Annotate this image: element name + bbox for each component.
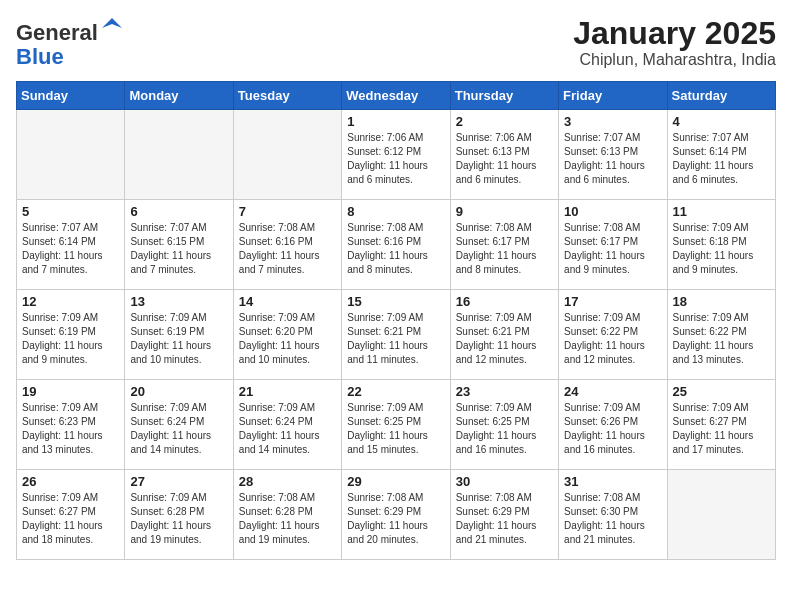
day-info: Sunrise: 7:08 AMSunset: 6:29 PMDaylight:… xyxy=(456,491,553,547)
day-info: Sunrise: 7:09 AMSunset: 6:20 PMDaylight:… xyxy=(239,311,336,367)
day-info: Sunrise: 7:09 AMSunset: 6:22 PMDaylight:… xyxy=(673,311,770,367)
day-number: 31 xyxy=(564,474,661,489)
calendar-header-thursday: Thursday xyxy=(450,82,558,110)
day-number: 20 xyxy=(130,384,227,399)
day-number: 3 xyxy=(564,114,661,129)
day-number: 26 xyxy=(22,474,119,489)
calendar-header-tuesday: Tuesday xyxy=(233,82,341,110)
calendar-cell: 27Sunrise: 7:09 AMSunset: 6:28 PMDayligh… xyxy=(125,470,233,560)
day-info: Sunrise: 7:09 AMSunset: 6:24 PMDaylight:… xyxy=(239,401,336,457)
day-number: 17 xyxy=(564,294,661,309)
day-info: Sunrise: 7:09 AMSunset: 6:28 PMDaylight:… xyxy=(130,491,227,547)
day-number: 24 xyxy=(564,384,661,399)
day-number: 27 xyxy=(130,474,227,489)
calendar-cell: 8Sunrise: 7:08 AMSunset: 6:16 PMDaylight… xyxy=(342,200,450,290)
day-number: 12 xyxy=(22,294,119,309)
svg-marker-0 xyxy=(102,18,122,28)
day-info: Sunrise: 7:07 AMSunset: 6:13 PMDaylight:… xyxy=(564,131,661,187)
day-number: 11 xyxy=(673,204,770,219)
day-number: 23 xyxy=(456,384,553,399)
week-row-4: 19Sunrise: 7:09 AMSunset: 6:23 PMDayligh… xyxy=(17,380,776,470)
day-info: Sunrise: 7:09 AMSunset: 6:21 PMDaylight:… xyxy=(347,311,444,367)
page-header: General Blue January 2025 Chiplun, Mahar… xyxy=(16,16,776,69)
calendar-cell: 5Sunrise: 7:07 AMSunset: 6:14 PMDaylight… xyxy=(17,200,125,290)
day-number: 19 xyxy=(22,384,119,399)
calendar-cell: 20Sunrise: 7:09 AMSunset: 6:24 PMDayligh… xyxy=(125,380,233,470)
day-info: Sunrise: 7:09 AMSunset: 6:19 PMDaylight:… xyxy=(22,311,119,367)
calendar-cell: 23Sunrise: 7:09 AMSunset: 6:25 PMDayligh… xyxy=(450,380,558,470)
calendar-cell: 28Sunrise: 7:08 AMSunset: 6:28 PMDayligh… xyxy=(233,470,341,560)
day-number: 10 xyxy=(564,204,661,219)
day-info: Sunrise: 7:09 AMSunset: 6:27 PMDaylight:… xyxy=(673,401,770,457)
calendar-cell: 25Sunrise: 7:09 AMSunset: 6:27 PMDayligh… xyxy=(667,380,775,470)
day-number: 13 xyxy=(130,294,227,309)
calendar-cell: 7Sunrise: 7:08 AMSunset: 6:16 PMDaylight… xyxy=(233,200,341,290)
day-info: Sunrise: 7:09 AMSunset: 6:25 PMDaylight:… xyxy=(456,401,553,457)
day-number: 14 xyxy=(239,294,336,309)
calendar-cell: 3Sunrise: 7:07 AMSunset: 6:13 PMDaylight… xyxy=(559,110,667,200)
calendar-header-row: SundayMondayTuesdayWednesdayThursdayFrid… xyxy=(17,82,776,110)
day-number: 15 xyxy=(347,294,444,309)
day-info: Sunrise: 7:06 AMSunset: 6:12 PMDaylight:… xyxy=(347,131,444,187)
day-info: Sunrise: 7:08 AMSunset: 6:29 PMDaylight:… xyxy=(347,491,444,547)
logo-general: General xyxy=(16,20,98,45)
calendar-cell: 4Sunrise: 7:07 AMSunset: 6:14 PMDaylight… xyxy=(667,110,775,200)
calendar-cell: 19Sunrise: 7:09 AMSunset: 6:23 PMDayligh… xyxy=(17,380,125,470)
calendar-cell: 14Sunrise: 7:09 AMSunset: 6:20 PMDayligh… xyxy=(233,290,341,380)
title-block: January 2025 Chiplun, Maharashtra, India xyxy=(573,16,776,69)
calendar-cell: 30Sunrise: 7:08 AMSunset: 6:29 PMDayligh… xyxy=(450,470,558,560)
day-number: 29 xyxy=(347,474,444,489)
day-info: Sunrise: 7:08 AMSunset: 6:28 PMDaylight:… xyxy=(239,491,336,547)
logo: General Blue xyxy=(16,16,124,69)
day-info: Sunrise: 7:09 AMSunset: 6:25 PMDaylight:… xyxy=(347,401,444,457)
day-info: Sunrise: 7:08 AMSunset: 6:17 PMDaylight:… xyxy=(456,221,553,277)
calendar-table: SundayMondayTuesdayWednesdayThursdayFrid… xyxy=(16,81,776,560)
week-row-1: 1Sunrise: 7:06 AMSunset: 6:12 PMDaylight… xyxy=(17,110,776,200)
calendar-cell: 11Sunrise: 7:09 AMSunset: 6:18 PMDayligh… xyxy=(667,200,775,290)
day-number: 8 xyxy=(347,204,444,219)
day-number: 7 xyxy=(239,204,336,219)
day-info: Sunrise: 7:07 AMSunset: 6:14 PMDaylight:… xyxy=(22,221,119,277)
calendar-cell: 21Sunrise: 7:09 AMSunset: 6:24 PMDayligh… xyxy=(233,380,341,470)
day-info: Sunrise: 7:08 AMSunset: 6:16 PMDaylight:… xyxy=(347,221,444,277)
calendar-cell: 12Sunrise: 7:09 AMSunset: 6:19 PMDayligh… xyxy=(17,290,125,380)
week-row-3: 12Sunrise: 7:09 AMSunset: 6:19 PMDayligh… xyxy=(17,290,776,380)
day-number: 9 xyxy=(456,204,553,219)
day-info: Sunrise: 7:08 AMSunset: 6:16 PMDaylight:… xyxy=(239,221,336,277)
calendar-cell: 10Sunrise: 7:08 AMSunset: 6:17 PMDayligh… xyxy=(559,200,667,290)
calendar-cell: 13Sunrise: 7:09 AMSunset: 6:19 PMDayligh… xyxy=(125,290,233,380)
day-info: Sunrise: 7:09 AMSunset: 6:23 PMDaylight:… xyxy=(22,401,119,457)
calendar-cell xyxy=(667,470,775,560)
logo-text: General Blue xyxy=(16,16,124,69)
day-info: Sunrise: 7:09 AMSunset: 6:22 PMDaylight:… xyxy=(564,311,661,367)
calendar-cell: 22Sunrise: 7:09 AMSunset: 6:25 PMDayligh… xyxy=(342,380,450,470)
day-info: Sunrise: 7:09 AMSunset: 6:24 PMDaylight:… xyxy=(130,401,227,457)
calendar-cell: 9Sunrise: 7:08 AMSunset: 6:17 PMDaylight… xyxy=(450,200,558,290)
day-number: 22 xyxy=(347,384,444,399)
day-number: 28 xyxy=(239,474,336,489)
day-info: Sunrise: 7:09 AMSunset: 6:18 PMDaylight:… xyxy=(673,221,770,277)
day-info: Sunrise: 7:06 AMSunset: 6:13 PMDaylight:… xyxy=(456,131,553,187)
day-info: Sunrise: 7:09 AMSunset: 6:21 PMDaylight:… xyxy=(456,311,553,367)
calendar-cell: 26Sunrise: 7:09 AMSunset: 6:27 PMDayligh… xyxy=(17,470,125,560)
calendar-header-friday: Friday xyxy=(559,82,667,110)
day-number: 21 xyxy=(239,384,336,399)
calendar-cell: 16Sunrise: 7:09 AMSunset: 6:21 PMDayligh… xyxy=(450,290,558,380)
day-info: Sunrise: 7:07 AMSunset: 6:14 PMDaylight:… xyxy=(673,131,770,187)
calendar-header-monday: Monday xyxy=(125,82,233,110)
day-info: Sunrise: 7:09 AMSunset: 6:27 PMDaylight:… xyxy=(22,491,119,547)
day-number: 4 xyxy=(673,114,770,129)
day-number: 30 xyxy=(456,474,553,489)
logo-blue: Blue xyxy=(16,44,64,69)
day-number: 2 xyxy=(456,114,553,129)
calendar-cell xyxy=(125,110,233,200)
calendar-header-sunday: Sunday xyxy=(17,82,125,110)
calendar-cell: 18Sunrise: 7:09 AMSunset: 6:22 PMDayligh… xyxy=(667,290,775,380)
week-row-5: 26Sunrise: 7:09 AMSunset: 6:27 PMDayligh… xyxy=(17,470,776,560)
month-title: January 2025 xyxy=(573,16,776,51)
day-number: 18 xyxy=(673,294,770,309)
day-number: 5 xyxy=(22,204,119,219)
location: Chiplun, Maharashtra, India xyxy=(573,51,776,69)
calendar-cell: 6Sunrise: 7:07 AMSunset: 6:15 PMDaylight… xyxy=(125,200,233,290)
calendar-cell: 15Sunrise: 7:09 AMSunset: 6:21 PMDayligh… xyxy=(342,290,450,380)
